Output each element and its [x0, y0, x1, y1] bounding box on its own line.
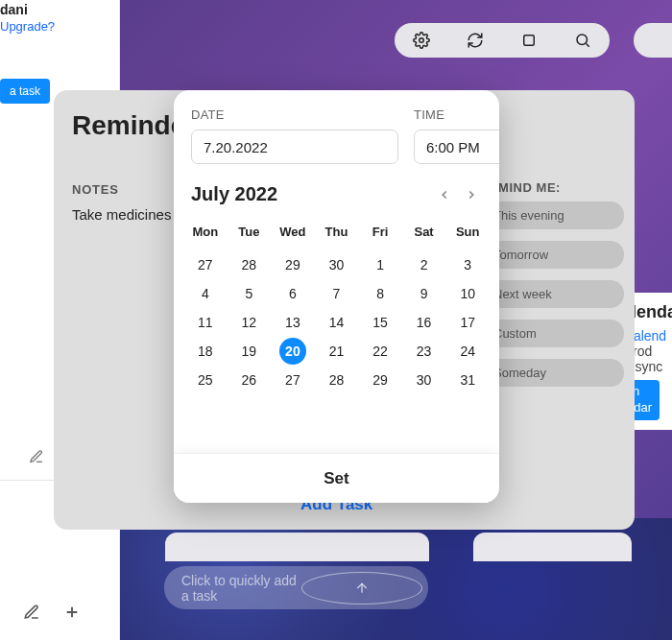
card-placeholder	[473, 533, 632, 561]
calendar-day[interactable]: 13	[271, 308, 315, 337]
plus-icon[interactable]	[63, 604, 81, 621]
weekday-header: Fri	[358, 215, 402, 250]
chevron-left-icon[interactable]	[434, 184, 455, 205]
calendar-day[interactable]: 27	[183, 250, 228, 279]
remind-option-nextweek[interactable]: Next week	[480, 280, 624, 308]
calendar-day[interactable]: 22	[358, 337, 402, 366]
month-label: July 2022	[191, 183, 277, 205]
gear-icon[interactable]	[413, 32, 430, 49]
calendar-day[interactable]: 31	[445, 366, 490, 394]
calendar-day[interactable]: 28	[315, 366, 359, 394]
stop-icon[interactable]	[520, 32, 538, 49]
svg-rect-1	[524, 36, 535, 46]
remind-option-someday[interactable]: Someday	[480, 359, 624, 387]
edit-icon[interactable]	[23, 604, 40, 621]
calendar-day[interactable]: 16	[402, 308, 446, 337]
calendar-day[interactable]: 17	[445, 308, 490, 337]
calendar-day[interactable]: 2	[402, 250, 446, 279]
calendar-day[interactable]: 30	[315, 250, 359, 279]
weekday-header: Sun	[445, 215, 490, 250]
remind-option-evening[interactable]: This evening	[480, 201, 624, 229]
weekday-header: Tue	[228, 215, 272, 250]
calendar-day[interactable]: 4	[183, 279, 228, 308]
calendar-grid: MonTueWedThuFriSatSun 272829301234567891…	[183, 215, 490, 394]
date-label: DATE	[191, 107, 398, 122]
card-placeholder	[165, 533, 429, 561]
time-label: TIME	[414, 107, 499, 122]
calendar-day[interactable]: 26	[228, 366, 272, 394]
add-task-button[interactable]: a task	[0, 79, 50, 104]
edit-icon[interactable]	[29, 449, 44, 464]
set-button[interactable]: Set	[174, 453, 499, 503]
svg-point-2	[577, 35, 588, 45]
calendar-day[interactable]: 29	[271, 250, 315, 279]
calendar-day[interactable]: 24	[445, 337, 490, 366]
calendar-day[interactable]: 14	[315, 308, 359, 337]
calendar-day[interactable]: 29	[358, 366, 402, 394]
calendar-day[interactable]: 10	[445, 279, 490, 308]
user-name: dani	[0, 2, 28, 17]
time-input[interactable]	[414, 130, 499, 164]
calendar-day[interactable]: 1	[358, 250, 402, 279]
remind-options: This evening Tomorrow Next week Custom S…	[480, 201, 624, 387]
toolbar-extra[interactable]	[634, 23, 672, 58]
calendar-day[interactable]: 7	[315, 279, 359, 308]
notes-label: NOTES	[72, 182, 119, 197]
calendar-day[interactable]: 12	[228, 308, 272, 337]
weekday-header: Wed	[271, 215, 315, 250]
notes-text[interactable]: Take medicines	[72, 206, 171, 223]
calendar-day[interactable]: 9	[402, 279, 446, 308]
calendar-day[interactable]: 11	[183, 308, 228, 337]
calendar-day[interactable]: 15	[358, 308, 402, 337]
remind-option-custom[interactable]: Custom	[480, 320, 624, 347]
upgrade-link[interactable]: Upgrade?	[0, 19, 55, 34]
weekday-header: Sat	[402, 215, 446, 250]
weekday-header: Mon	[183, 215, 228, 250]
calendar-day[interactable]: 27	[271, 366, 315, 394]
chevron-right-icon[interactable]	[461, 184, 482, 205]
calendar-day[interactable]: 23	[402, 337, 446, 366]
calendar-day[interactable]: 18	[183, 337, 228, 366]
calendar-day[interactable]: 25	[183, 366, 228, 394]
weekday-header: Thu	[315, 215, 359, 250]
datetime-popover: DATE TIME July 2022 MonTueWedThuFriSatSu…	[174, 90, 499, 503]
calendar-day[interactable]: 5	[228, 279, 272, 308]
calendar-day[interactable]: 6	[271, 279, 315, 308]
calendar-day[interactable]: 19	[228, 337, 272, 366]
calendar-day[interactable]: 30	[402, 366, 446, 394]
sync-icon[interactable]	[467, 32, 484, 49]
calendar-day[interactable]: 21	[315, 337, 359, 366]
calendar-day[interactable]: 8	[358, 279, 402, 308]
remind-option-tomorrow[interactable]: Tomorrow	[480, 241, 624, 269]
calendar-day[interactable]: 20	[271, 337, 315, 366]
svg-point-0	[420, 38, 424, 43]
quick-add[interactable]: Click to quickly add a task	[164, 566, 428, 609]
calendar-day[interactable]: 28	[228, 250, 272, 279]
calendar-day[interactable]: 3	[445, 250, 490, 279]
date-input[interactable]	[191, 130, 398, 164]
quick-add-placeholder: Click to quickly add a task	[181, 573, 301, 604]
toolbar	[395, 23, 610, 58]
search-icon[interactable]	[574, 32, 591, 49]
arrow-up-icon[interactable]	[301, 572, 423, 604]
